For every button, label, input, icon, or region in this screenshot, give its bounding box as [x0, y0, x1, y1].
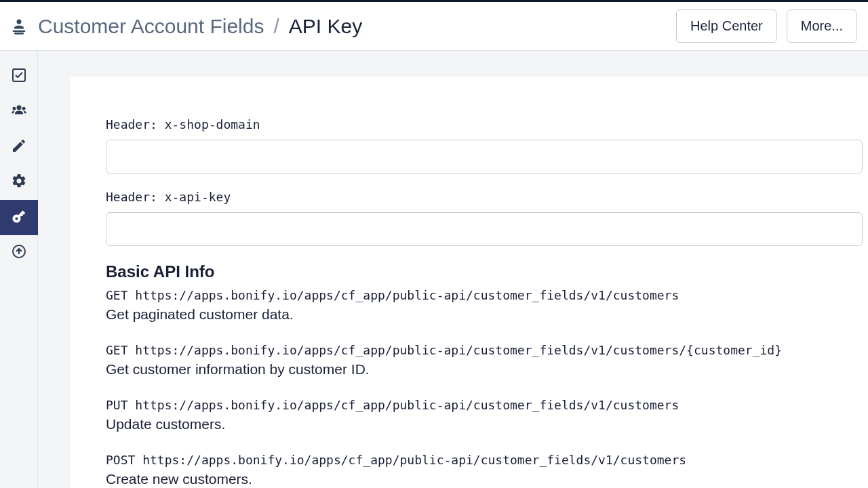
api-info-title: Basic API Info	[106, 262, 868, 281]
sidebar-item-users[interactable]	[0, 94, 38, 129]
endpoint-item: GET https://apps.bonify.io/apps/cf_app/p…	[106, 343, 868, 378]
breadcrumb-root[interactable]: Customer Account Fields	[38, 15, 264, 38]
endpoint-url: GET https://apps.bonify.io/apps/cf_app/p…	[106, 343, 868, 357]
endpoint-url: GET https://apps.bonify.io/apps/cf_app/p…	[106, 288, 868, 302]
endpoints-list: GET https://apps.bonify.io/apps/cf_app/p…	[106, 288, 868, 487]
shop-domain-label: Header: x-shop-domain	[106, 117, 863, 131]
breadcrumb-current: API Key	[289, 15, 362, 38]
endpoint-desc: Create new customers.	[106, 471, 868, 487]
field-shop-domain: Header: x-shop-domain	[106, 117, 868, 174]
gear-icon	[11, 173, 27, 192]
upload-icon	[11, 243, 27, 262]
header-right: Help Center More...	[676, 9, 857, 43]
sidebar-item-upload[interactable]	[0, 235, 38, 270]
endpoint-desc: Get paginated customer data.	[106, 306, 868, 323]
svg-point-6	[22, 107, 26, 110]
svg-point-0	[17, 19, 22, 24]
svg-point-4	[17, 105, 22, 110]
breadcrumb: Customer Account Fields / API Key	[38, 15, 362, 38]
field-api-key: Header: x-api-key	[106, 190, 868, 246]
sidebar-item-checkbox[interactable]	[0, 59, 38, 94]
main-content: Header: x-shop-domain Header: x-api-key …	[38, 51, 868, 488]
main-layout: Header: x-shop-domain Header: x-api-key …	[0, 51, 868, 488]
api-card: Header: x-shop-domain Header: x-api-key …	[71, 77, 868, 488]
api-key-input[interactable]	[106, 212, 863, 246]
sidebar-item-settings[interactable]	[0, 165, 38, 200]
endpoint-desc: Update customers.	[106, 416, 868, 432]
endpoint-item: POST https://apps.bonify.io/apps/cf_app/…	[106, 453, 868, 487]
svg-rect-1	[13, 30, 26, 31]
sidebar-item-edit[interactable]	[0, 129, 38, 165]
key-icon	[11, 208, 27, 227]
checkbox-icon	[11, 67, 27, 86]
endpoint-item: PUT https://apps.bonify.io/apps/cf_app/p…	[106, 398, 868, 432]
endpoint-item: GET https://apps.bonify.io/apps/cf_app/p…	[106, 288, 868, 323]
api-key-label: Header: x-api-key	[106, 190, 863, 204]
svg-rect-2	[14, 33, 24, 34]
help-center-button[interactable]: Help Center	[676, 9, 777, 43]
more-button[interactable]: More...	[787, 9, 857, 43]
app-logo-icon	[9, 17, 28, 36]
endpoint-url: POST https://apps.bonify.io/apps/cf_app/…	[106, 453, 868, 467]
header-left: Customer Account Fields / API Key	[9, 15, 362, 38]
page-header: Customer Account Fields / API Key Help C…	[0, 2, 868, 51]
edit-icon	[11, 138, 27, 157]
sidebar	[0, 51, 38, 488]
endpoint-desc: Get customer information by customer ID.	[106, 361, 868, 378]
shop-domain-input[interactable]	[106, 140, 863, 174]
sidebar-item-api-key[interactable]	[0, 200, 38, 235]
endpoint-url: PUT https://apps.bonify.io/apps/cf_app/p…	[106, 398, 868, 412]
svg-point-5	[12, 107, 16, 110]
breadcrumb-separator: /	[273, 15, 279, 38]
users-icon	[10, 102, 28, 122]
